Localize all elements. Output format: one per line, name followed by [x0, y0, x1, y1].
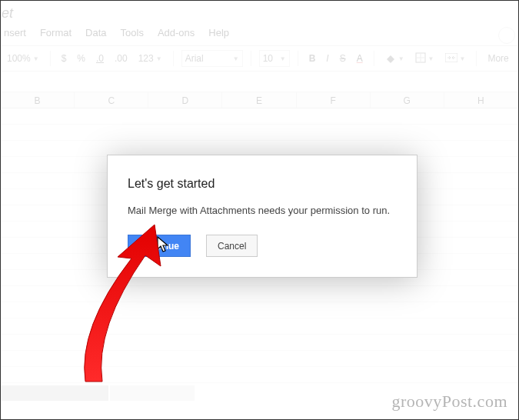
sheet-tab[interactable]	[110, 385, 195, 401]
col-header[interactable]: B	[1, 92, 75, 108]
font-family-dropdown[interactable]: Arial▼	[181, 50, 243, 67]
col-header[interactable]: F	[297, 92, 371, 108]
column-headers: B C D E F G H	[1, 92, 518, 108]
sheet-tabs	[1, 385, 196, 401]
toolbar: 100%▼ $ % .0 .00 123▼ Arial▼ 10▼ B I U S…	[1, 45, 518, 72]
watermark: groovyPost.com	[391, 392, 507, 412]
currency-button[interactable]: $	[58, 52, 70, 65]
permission-dialog: Let's get started Mail Merge with Attach…	[107, 155, 418, 278]
cancel-button[interactable]: Cancel	[206, 235, 258, 257]
dialog-body: Mail Merge with Attachments needs your p…	[128, 205, 397, 216]
dialog-actions: Continue Cancel	[128, 235, 397, 257]
bold-button[interactable]: B	[306, 52, 319, 65]
sheet-tab[interactable]	[1, 385, 108, 401]
italic-button[interactable]: I	[323, 52, 331, 65]
svg-rect-3	[445, 53, 457, 62]
number-format-dropdown[interactable]: 123▼	[135, 52, 165, 65]
menubar: nsert Format Data Tools Add-ons Help	[1, 27, 229, 38]
col-header[interactable]: H	[444, 92, 518, 108]
merge-cells-button[interactable]: ▼	[442, 52, 469, 66]
menu-data[interactable]: Data	[85, 27, 106, 38]
font-size-dropdown[interactable]: 10▼	[259, 50, 290, 67]
col-header[interactable]: E	[222, 92, 296, 108]
menu-insert[interactable]: nsert	[4, 27, 26, 38]
col-header[interactable]: G	[371, 92, 444, 108]
menu-help[interactable]: Help	[208, 27, 229, 38]
menu-addons[interactable]: Add-ons	[158, 27, 195, 38]
text-color-button[interactable]: A	[354, 52, 366, 65]
doc-title: sheet	[1, 5, 35, 22]
paint-bucket-icon	[385, 54, 396, 63]
search-icon[interactable]	[498, 27, 515, 44]
merge-icon	[445, 53, 457, 65]
col-header[interactable]: D	[148, 92, 222, 108]
strikethrough-button[interactable]: S	[337, 52, 349, 65]
menu-tools[interactable]: Tools	[121, 27, 144, 38]
fill-color-button[interactable]: ▼	[382, 52, 408, 65]
col-header[interactable]: C	[75, 92, 148, 108]
decrease-decimals-button[interactable]: .0	[93, 52, 107, 65]
dialog-title: Let's get started	[128, 177, 397, 191]
continue-button[interactable]: Continue	[128, 235, 191, 257]
more-button[interactable]: More	[484, 52, 511, 65]
percent-button[interactable]: %	[74, 52, 88, 65]
menu-format[interactable]: Format	[40, 27, 72, 38]
increase-decimals-button[interactable]: .00	[111, 52, 131, 65]
borders-icon	[415, 52, 426, 65]
borders-button[interactable]: ▼	[412, 51, 437, 67]
zoom-dropdown[interactable]: 100%▼	[4, 52, 42, 65]
